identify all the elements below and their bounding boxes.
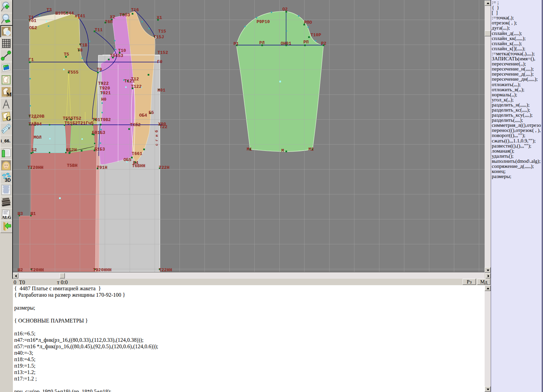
svg-text:ОБ4: ОБ4	[139, 113, 147, 118]
svg-text:ОБ2: ОБ2	[29, 25, 37, 31]
svg-text:Ш1ОБ344: Ш1ОБ344	[55, 11, 74, 16]
svg-text:М2: М2	[308, 147, 314, 152]
svg-text:Т91Т9В2: Т91Т9В2	[92, 117, 111, 122]
svg-text:Р2: Р2	[321, 41, 326, 46]
svg-text:Г0: Г0	[157, 59, 163, 64]
svg-text:Тб1: Тб1	[29, 18, 37, 23]
svg-text:Т920: Т920	[99, 86, 110, 91]
svg-text:G: G	[6, 115, 11, 122]
svg-text:Б01Б3: Б01Б3	[92, 130, 105, 135]
svg-text:Т2Д20В: Т2Д20В	[29, 114, 44, 119]
svg-text:Т920ННН: Т920ННН	[93, 268, 112, 272]
svg-text:ОБ5: ОБ5	[124, 157, 132, 162]
svg-text:Т15: Т15	[158, 29, 166, 34]
svg-text:Н0: Н0	[101, 97, 107, 102]
svg-text:Т122: Т122	[131, 84, 142, 89]
svg-text:3D: 3D	[5, 177, 11, 183]
svg-text:Т152: Т152	[157, 50, 168, 55]
svg-text:Т22НН: Т22НН	[159, 268, 172, 272]
svg-text:ТАЙ04: ТАЙ04	[29, 122, 42, 127]
svg-text:ББ2Н: ББ2Н	[66, 148, 77, 153]
svg-text:M: M	[6, 91, 12, 98]
svg-text:Т121: Т121	[124, 79, 135, 84]
svg-text:ТОб3: ТОб3	[119, 13, 130, 18]
svg-text:ТХб2: ТХб2	[130, 122, 141, 128]
svg-text:Т16: Т16	[131, 7, 139, 13]
svg-text:Т6П: Т6П	[105, 19, 113, 24]
svg-text:с г и б: с г и б	[155, 130, 159, 146]
svg-text:Г1: Г1	[29, 57, 34, 62]
svg-text:Б2: Б2	[32, 148, 37, 153]
svg-text:Ш2: Ш2	[18, 268, 23, 272]
svg-text:Т22Н: Т22Н	[159, 165, 169, 170]
svg-text:ОН01: ОН01	[281, 41, 291, 46]
svg-text:хТ41: хТ41	[75, 14, 85, 19]
svg-text:Ш3: Ш3	[18, 211, 23, 216]
svg-text:Т921: Т921	[100, 91, 111, 96]
svg-text:Т5ВН: Т5ВН	[67, 163, 77, 168]
svg-text:8: 8	[8, 126, 10, 130]
svg-text:ALG: ALG	[2, 215, 11, 220]
svg-text:МОЛ: МОЛ	[34, 135, 41, 140]
svg-text:Т51Б2Т21Гч5: Т51Б2Т21Гч5	[64, 121, 94, 126]
svg-text:Т5: Т5	[64, 52, 69, 57]
svg-text:Х2: Х2	[110, 15, 115, 20]
svg-text:РЛ: РЛ	[259, 40, 265, 45]
svg-text:Т555Т52: Т555Т52	[63, 116, 81, 121]
svg-text:ТТ20НН: ТТ20НН	[27, 165, 43, 170]
svg-text:Т555: Т555	[68, 70, 78, 75]
svg-text:Т11: Т11	[95, 27, 103, 33]
svg-text:Б1Б3: Б1Б3	[94, 147, 105, 152]
svg-text:Т20НН: Т20НН	[31, 268, 44, 272]
svg-text:Ш1: Ш1	[31, 211, 36, 216]
svg-text:О2: О2	[282, 7, 288, 12]
svg-text:Т661: Т661	[132, 151, 142, 156]
svg-text:Т22: Т22	[160, 124, 168, 130]
svg-text:Т922: Т922	[98, 81, 109, 86]
svg-text:М1: М1	[247, 147, 252, 152]
svg-text:РПО: РПО	[304, 20, 312, 25]
svg-text:Т15Ј: Т15Ј	[153, 35, 164, 40]
svg-text:Т10Р: Т10Р	[311, 33, 321, 38]
svg-text:Т8: Т8	[77, 48, 83, 53]
svg-text:РП: РП	[303, 40, 309, 45]
svg-text:М: М	[281, 148, 284, 153]
svg-text:Тб453: Тб453	[110, 53, 123, 58]
svg-text:Н01: Н01	[157, 88, 166, 93]
svg-text:Р1: Р1	[233, 41, 239, 46]
svg-text:Т10: Т10	[118, 48, 126, 53]
svg-text:Б5: Б5	[149, 110, 154, 115]
svg-text:Т6ВНН: Т6ВНН	[132, 163, 145, 169]
svg-text:Т9: Т9	[97, 67, 102, 72]
svg-text:Р9Р10: Р9Р10	[257, 19, 270, 24]
svg-text:7: 7	[2, 130, 4, 134]
svg-text:Т1В: Т1В	[79, 43, 88, 48]
svg-text:Т91Н: Т91Н	[97, 165, 107, 170]
svg-text:Т3: Т3	[46, 7, 52, 13]
svg-text:Х1: Х1	[157, 15, 162, 20]
